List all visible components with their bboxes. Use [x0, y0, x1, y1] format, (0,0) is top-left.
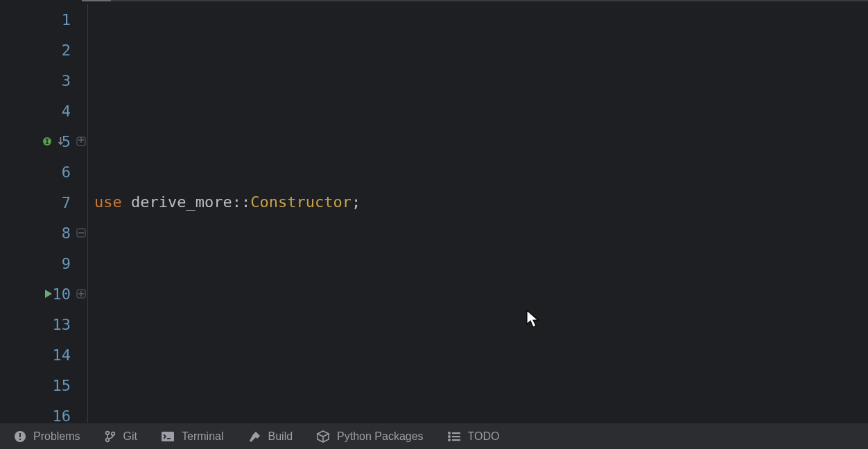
svg-rect-6	[19, 433, 21, 437]
gutter-line[interactable]: 10	[0, 279, 82, 309]
gutter-line[interactable]: 14	[0, 340, 82, 370]
python-packages-label: Python Packages	[337, 430, 424, 443]
gutter-line[interactable]: 6	[0, 157, 82, 187]
todo-tab[interactable]: TODO	[447, 430, 500, 443]
git-tab[interactable]: Git	[104, 430, 137, 443]
problems-tab[interactable]: Problems	[14, 430, 80, 443]
svg-rect-18	[452, 439, 460, 441]
code-editor[interactable]: 1 2 3 4 5 I 6 7 8 9 10 13 14 15 16	[0, 0, 868, 423]
gutter-line[interactable]: 3	[0, 65, 82, 96]
gutter-line[interactable]: 15	[0, 370, 82, 400]
terminal-label: Terminal	[182, 430, 223, 443]
svg-rect-16	[452, 436, 460, 437]
gutter-line[interactable]: 4	[0, 96, 82, 126]
code-line[interactable]	[82, 65, 868, 96]
packages-icon	[316, 430, 330, 443]
svg-rect-11	[162, 432, 174, 441]
implements-icon[interactable]: I	[43, 136, 54, 147]
svg-point-8	[105, 431, 109, 434]
gutter-line[interactable]: 8	[0, 218, 82, 248]
git-branch-icon	[104, 430, 116, 443]
terminal-icon	[161, 431, 175, 442]
svg-text:I: I	[45, 138, 49, 146]
todo-icon	[447, 431, 461, 442]
code-line[interactable]	[82, 309, 868, 340]
todo-label: TODO	[468, 430, 500, 443]
gutter-line[interactable]: 9	[0, 248, 82, 279]
svg-point-15	[448, 435, 451, 438]
svg-rect-7	[19, 439, 21, 440]
down-arrow-icon[interactable]	[57, 136, 64, 147]
svg-point-13	[448, 432, 451, 434]
build-tab[interactable]: Build	[248, 430, 293, 443]
terminal-tab[interactable]: Terminal	[161, 430, 223, 443]
svg-point-17	[448, 439, 451, 441]
svg-point-9	[105, 438, 109, 441]
git-label: Git	[123, 430, 137, 443]
code-area[interactable]: use derive_more::Constructor; #[derive(C…	[82, 0, 868, 423]
run-icon[interactable]	[43, 288, 54, 299]
svg-point-10	[111, 432, 114, 435]
code-line[interactable]: use derive_more::Constructor;	[82, 187, 868, 218]
python-packages-tab[interactable]: Python Packages	[316, 430, 424, 443]
build-label: Build	[268, 430, 293, 443]
bottom-toolbar: Problems Git Terminal Build Python Packa…	[0, 423, 868, 449]
gutter[interactable]: 1 2 3 4 5 I 6 7 8 9 10 13 14 15 16	[0, 0, 82, 423]
svg-rect-14	[452, 432, 460, 434]
gutter-line[interactable]: 1	[0, 4, 82, 35]
gutter-line[interactable]: 2	[0, 35, 82, 65]
gutter-line[interactable]: 13	[0, 309, 82, 340]
build-icon	[248, 430, 261, 443]
gutter-line[interactable]: 7	[0, 187, 82, 218]
problems-icon	[14, 430, 26, 443]
gutter-line[interactable]: 5 I	[0, 126, 82, 157]
problems-label: Problems	[33, 430, 80, 443]
